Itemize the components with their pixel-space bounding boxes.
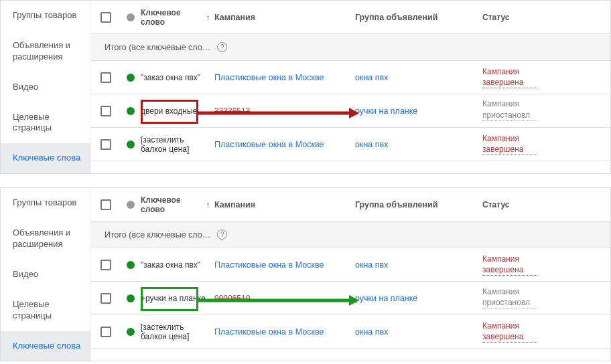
status-badge: Кампания завершена [482, 133, 537, 155]
status-badge: Кампания завершена [482, 66, 537, 88]
row-checkbox[interactable] [100, 72, 111, 83]
keyword-cell: [застеклить балкон цена] [141, 135, 214, 154]
sidebar-item-landing[interactable]: Целевые страницы [1, 290, 90, 331]
summary-label: Итого (все ключевые сло… [105, 230, 210, 240]
header-keyword[interactable]: Ключевое слово ↑ [141, 195, 214, 214]
table-header: Ключевое слово ↑ Кампания Группа объявле… [91, 1, 610, 34]
select-all-checkbox[interactable] [100, 199, 111, 210]
panel-top: Группы товаров Объявления и расширения В… [0, 0, 611, 174]
campaign-link[interactable]: Пластиковые окна в Москве [214, 260, 324, 270]
sidebar: Группы товаров Объявления и расширения В… [1, 1, 91, 173]
campaign-struck: 33336513 [214, 106, 250, 116]
adgroup-link[interactable]: ручки на планке [355, 294, 417, 303]
header-status[interactable]: Статус [482, 200, 537, 209]
table-row: "заказ окна пвх" Пластиковые окна в Моск… [91, 61, 610, 94]
table-header: Ключевое слово ↑ Кампания Группа объявле… [91, 188, 610, 221]
sidebar-item-groups[interactable]: Группы товаров [1, 188, 90, 218]
table: Ключевое слово ↑ Кампания Группа объявле… [91, 1, 610, 173]
status-badge: Кампания приостановл [482, 98, 537, 120]
header-keyword-label: Ключевое слово [141, 195, 203, 214]
header-keyword-label: Ключевое слово [141, 8, 203, 27]
status-dot-icon [127, 141, 135, 149]
select-all-checkbox[interactable] [100, 12, 111, 23]
campaign-struck: 00006510 [214, 294, 250, 303]
adgroup-link[interactable]: ручки на планке [355, 106, 417, 116]
sidebar-item-keywords[interactable]: Ключевые слова [1, 331, 90, 361]
row-checkbox[interactable] [100, 106, 111, 116]
sidebar-item-ads[interactable]: Объявления и расширения [1, 218, 90, 260]
keyword-cell: "заказ окна пвх" [141, 73, 214, 82]
table: Ключевое слово ↑ Кампания Группа объявле… [91, 188, 610, 361]
sidebar-item-video[interactable]: Видео [1, 72, 90, 102]
row-checkbox[interactable] [100, 139, 111, 150]
keyword-cell: [застеклить балкон цена] [141, 323, 214, 341]
adgroup-link[interactable]: окна пвх [355, 73, 388, 82]
summary-row: Итого (все ключевые сло… ? [91, 34, 610, 61]
status-badge: Кампания приостановл [482, 286, 537, 308]
sidebar-item-landing[interactable]: Целевые страницы [1, 102, 90, 144]
status-dot-header[interactable] [127, 201, 135, 209]
sidebar-item-keywords[interactable]: Ключевые слова [1, 143, 90, 173]
panel-bottom: Группы товаров Объявления и расширения В… [0, 187, 611, 361]
status-dot-icon [127, 74, 135, 82]
keyword-cell: двери входные [141, 106, 214, 116]
campaign-link[interactable]: Пластиковые окна в Москве [214, 73, 324, 82]
status-badge: Кампания завершена [482, 321, 537, 343]
keyword-cell: "заказ окна пвх" [141, 260, 214, 270]
status-dot-icon [127, 294, 135, 302]
campaign-link[interactable]: Пластиковые окна в Москве [214, 140, 324, 149]
status-badge: Кампания завершена [482, 254, 537, 276]
header-campaign[interactable]: Кампания [214, 13, 355, 22]
adgroup-link[interactable]: окна пвх [355, 327, 388, 337]
adgroup-link[interactable]: окна пвх [355, 260, 388, 270]
table-row: [застеклить балкон цена] Пластиковые окн… [91, 128, 610, 161]
sidebar-item-ads[interactable]: Объявления и расширения [1, 31, 90, 72]
adgroup-link[interactable]: окна пвх [355, 140, 388, 149]
status-dot-header[interactable] [127, 13, 135, 21]
sort-up-icon: ↑ [206, 199, 210, 210]
header-adgroup[interactable]: Группа объявлений [355, 200, 482, 209]
sort-up-icon: ↑ [206, 12, 210, 23]
table-row: двери входные 33336513 ручки на планке К… [91, 94, 610, 128]
help-icon[interactable]: ? [217, 42, 227, 52]
sidebar-item-groups[interactable]: Группы товаров [1, 1, 90, 31]
row-checkbox[interactable] [100, 293, 111, 304]
header-adgroup[interactable]: Группа объявлений [355, 13, 482, 22]
campaign-link[interactable]: Пластиковые окна в Москве [214, 327, 324, 337]
summary-label: Итого (все ключевые сло… [105, 43, 210, 52]
status-dot-icon [127, 107, 135, 115]
header-keyword[interactable]: Ключевое слово ↑ [141, 8, 214, 27]
header-campaign[interactable]: Кампания [214, 200, 355, 209]
status-dot-icon [127, 328, 135, 336]
status-dot-icon [127, 261, 135, 269]
row-checkbox[interactable] [100, 327, 111, 337]
header-status[interactable]: Статус [482, 13, 537, 22]
keyword-cell: +ручки на планке [141, 294, 214, 303]
sidebar-item-video[interactable]: Видео [1, 260, 90, 290]
summary-row: Итого (все ключевые сло… ? [91, 221, 610, 248]
help-icon[interactable]: ? [217, 230, 227, 240]
table-row: [застеклить балкон цена] Пластиковые окн… [91, 315, 610, 349]
row-checkbox[interactable] [100, 260, 111, 270]
sidebar: Группы товаров Объявления и расширения В… [1, 188, 91, 361]
table-row: "заказ окна пвх" Пластиковые окна в Моск… [91, 248, 610, 282]
table-row: +ручки на планке 00006510 ручки на планк… [91, 282, 610, 315]
